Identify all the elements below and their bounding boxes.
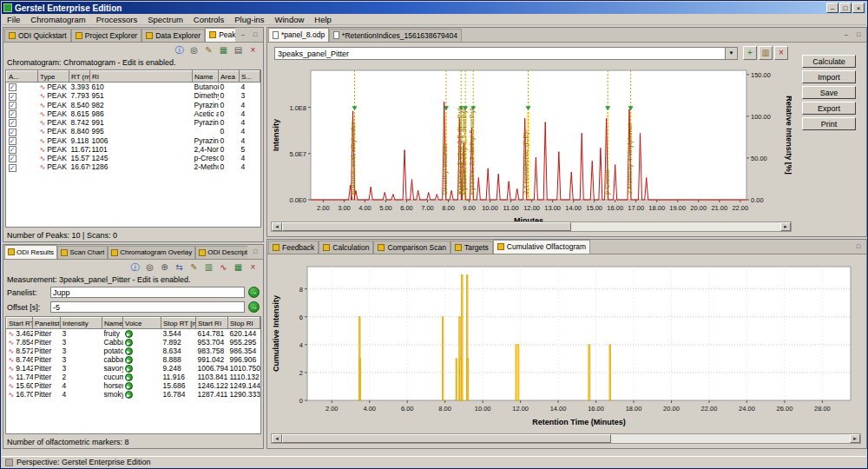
column-header[interactable]: Panelist [33,318,61,329]
scrollbar-track[interactable] [282,434,850,443]
column-header[interactable]: Intensity [61,318,102,329]
action-button[interactable]: Save [802,86,856,99]
voice-play-button[interactable] [125,365,133,373]
peak-row[interactable]: ✓ PEAK 8.742 991 Pyrazine, 3-ethyl-2,5-d… [7,118,260,127]
view-tab[interactable]: Feedback [268,241,319,254]
column-header[interactable]: Start RT ... [7,318,33,329]
column-header[interactable]: Name [102,318,123,329]
odi-marker-row[interactable]: 11.744 Pitter 2 cucumber 11.916 1103.841… [7,373,260,381]
scroll-right-button[interactable]: ► [850,434,860,443]
delete-icon[interactable]: × [247,44,260,56]
maximize-button[interactable]: □ [839,3,852,13]
peak-row[interactable]: ✓ PEAK 8.840 995 0 4 [7,127,260,135]
peaks-icon[interactable]: ∿ [217,261,230,274]
odi-marker-row[interactable]: 7.854 Pitter 3 Cabbage 7.892 953.704 955… [7,338,260,347]
menu-item[interactable]: Processors [91,15,143,24]
row-checkbox[interactable]: ✓ [9,129,16,136]
view-tab[interactable]: Peak/Scan List [205,28,235,42]
info-icon[interactable]: ⓘ [128,261,141,274]
chart-icon[interactable]: ▥ [202,261,215,274]
menu-item[interactable]: Plug-ins [229,15,269,24]
column-header[interactable]: Stop RI [228,318,260,329]
apply-offset-button[interactable] [248,301,260,313]
compare-icon[interactable]: ⇆ [173,261,186,274]
scrollbar-thumb[interactable] [282,434,611,443]
row-checkbox[interactable]: ✓ [9,119,16,127]
view-tab[interactable]: Chromatogram Overlay [108,246,195,259]
chart-icon[interactable]: ▥ [759,46,773,60]
voice-play-button[interactable] [125,373,133,381]
panelist-input[interactable] [50,287,245,298]
scroll-left-button[interactable]: ◄ [272,222,282,231]
view-tab[interactable]: Scan Chart [57,246,108,259]
row-checkbox[interactable]: ✓ [9,83,16,91]
maximize-view-icon[interactable]: □ [853,30,864,40]
settings-icon[interactable]: ⊕ [158,261,171,274]
row-checkbox[interactable]: ✓ [9,110,16,118]
view-tab[interactable]: Data Explorer [141,29,205,42]
voice-play-button[interactable] [125,339,133,347]
voice-play-button[interactable] [125,330,133,338]
peak-row[interactable]: ✓ PEAK 11.672 1101 2,4-Nonadienal, (E,E)… [7,145,260,154]
offset-input[interactable] [50,301,245,313]
close-button[interactable]: × [852,3,865,13]
row-checkbox[interactable]: ✓ [9,137,16,145]
menu-item[interactable]: Chromatogram [25,15,90,24]
columns-icon[interactable]: ▦ [217,44,230,56]
view-tab[interactable]: Calculation [319,241,373,254]
row-checkbox[interactable]: ✓ [9,102,16,109]
row-checkbox[interactable]: ✓ [9,164,16,172]
view-tab[interactable]: ODI Results [4,245,57,259]
voice-play-button[interactable] [125,391,133,399]
column-header[interactable]: Area [219,71,240,83]
column-header[interactable]: RI [90,71,193,83]
row-checkbox[interactable]: ✓ [9,155,16,162]
menu-item[interactable]: Help [309,15,337,24]
column-header[interactable]: S... [240,71,260,83]
voice-play-button[interactable] [125,347,133,355]
apply-panelist-button[interactable] [248,287,260,298]
odi-marker-row[interactable]: 9.142 Pitter 3 savory 9.248 1006.794 101… [7,364,260,373]
cumulative-olfactogram-chart[interactable]: 2.004.006.008.0010.0012.0014.0016.0018.0… [271,258,861,428]
view-tab[interactable]: Cumulative Olfactogram [493,240,590,254]
odi-marker-row[interactable]: 8.746 Pitter 3 cabbage 8.888 991.042 996… [7,355,260,364]
row-checkbox[interactable]: ✓ [9,93,16,101]
save-icon[interactable]: ▤ [232,44,245,56]
add-icon[interactable]: + [743,46,757,60]
minimize-view-icon[interactable]: – [841,30,852,40]
minimize-view-icon[interactable]: – [238,30,248,40]
menu-item[interactable]: File [2,15,25,24]
editor-tab[interactable]: *RetentionIndices_1561638679404 [329,29,462,42]
column-header[interactable]: Name [193,71,219,83]
odi-marker-row[interactable]: 3.462 Pitter 3 fruity 3.544 614.781 620.… [7,329,260,339]
maximize-view-icon[interactable]: □ [853,242,864,252]
maximize-view-icon[interactable]: □ [250,248,260,257]
action-button[interactable]: Print [802,117,856,130]
column-header[interactable]: Start RI [196,318,228,329]
cumulative-hscrollbar[interactable]: ◄ ► [271,433,861,444]
delete-icon[interactable]: × [247,261,260,274]
row-checkbox[interactable]: ✓ [9,146,16,154]
editor-tab[interactable]: *panel_8.odp [268,28,329,42]
voice-play-button[interactable] [125,356,133,364]
zoom-icon[interactable]: ◎ [187,44,201,56]
chromatogram-chart[interactable]: Butanoic acid, ethyl esterDimethyl trisu… [271,65,792,226]
peak-row[interactable]: ✓ PEAK 8.615 986 Acetic acid 0 4 [7,109,260,118]
scrollbar-track[interactable] [282,222,780,231]
menu-item[interactable]: Controls [188,15,229,24]
odi-marker-row[interactable]: 15.604 Pitter 4 horseradish 15.686 1246.… [7,381,260,390]
view-tab[interactable]: Project Explorer [71,29,141,42]
column-header[interactable]: Stop RT [min] [161,318,196,329]
chromatogram-hscrollbar[interactable]: ◄ ► [271,221,792,232]
measurement-combobox[interactable]: 3peaks_panel_Pitter ▼ [274,47,738,60]
maximize-view-icon[interactable]: □ [250,30,260,40]
view-tab[interactable]: Targets [450,241,493,254]
edit-icon[interactable]: ✎ [202,44,215,56]
scrollbar-thumb[interactable] [282,222,571,231]
odi-marker-row[interactable]: 16.706 Pitter 4 smoky 16.784 1287.411 12… [7,390,260,399]
edit-icon[interactable]: ✎ [187,261,201,274]
view-tab[interactable]: Comparison Scan [373,241,450,254]
export-icon[interactable]: ▦ [232,261,245,274]
info-icon[interactable]: ⓘ [173,44,186,56]
voice-play-button[interactable] [125,382,133,390]
